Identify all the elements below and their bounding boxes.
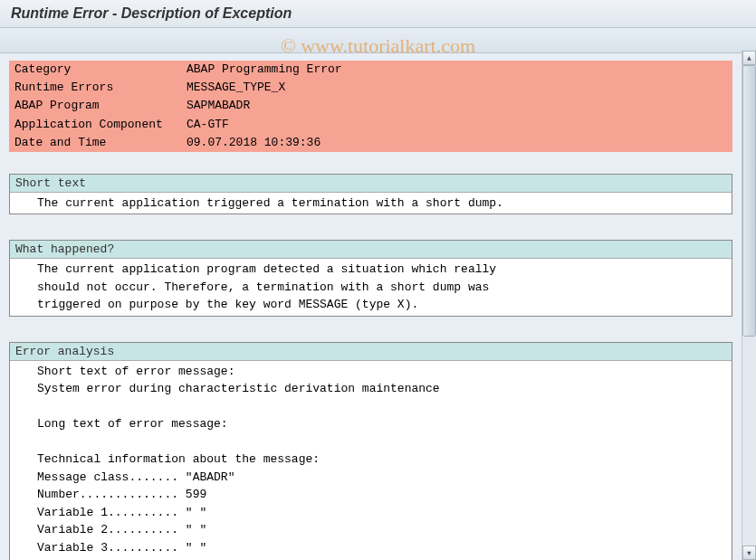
page-title: Runtime Error - Description of Exception (0, 0, 756, 28)
table-row: Runtime Errors MESSAGE_TYPE_X (9, 79, 732, 97)
error-analysis-section: Error analysis Short text of error messa… (9, 342, 732, 560)
what-happened-section: What happened? The current application p… (9, 240, 732, 317)
scroll-up-button[interactable]: ▲ (742, 51, 756, 65)
info-runtime-value: MESSAGE_TYPE_X (181, 79, 732, 97)
info-component-value: CA-GTF (181, 116, 732, 134)
table-row: ABAP Program SAPMABADR (9, 97, 732, 115)
info-program-label: ABAP Program (9, 97, 181, 115)
section-header: Short text (10, 175, 732, 193)
info-category-value: ABAP Programming Error (181, 61, 732, 79)
section-header: Error analysis (10, 343, 732, 361)
section-body: The current application triggered a term… (10, 193, 732, 214)
section-body: The current application program detected… (10, 259, 732, 316)
info-category-label: Category (9, 61, 181, 79)
info-program-value: SAPMABADR (181, 97, 732, 115)
table-row: Category ABAP Programming Error (9, 61, 732, 79)
content-area: Category ABAP Programming Error Runtime … (0, 53, 756, 560)
info-datetime-label: Date and Time (9, 134, 181, 152)
info-component-label: Application Component (9, 116, 181, 134)
table-row: Date and Time 09.07.2018 10:39:36 (9, 134, 732, 152)
vertical-scrollbar[interactable]: ▲ ▼ (742, 51, 756, 560)
toolbar (0, 28, 756, 53)
info-runtime-label: Runtime Errors (9, 79, 181, 97)
short-text-section: Short text The current application trigg… (9, 174, 732, 215)
scroll-down-button[interactable]: ▼ (742, 546, 756, 560)
section-body: Short text of error message: System erro… (10, 361, 732, 560)
scrollbar-thumb[interactable] (742, 65, 756, 337)
section-header: What happened? (10, 241, 732, 259)
table-row: Application Component CA-GTF (9, 116, 732, 134)
error-info-table: Category ABAP Programming Error Runtime … (9, 61, 732, 152)
info-datetime-value: 09.07.2018 10:39:36 (181, 134, 732, 152)
